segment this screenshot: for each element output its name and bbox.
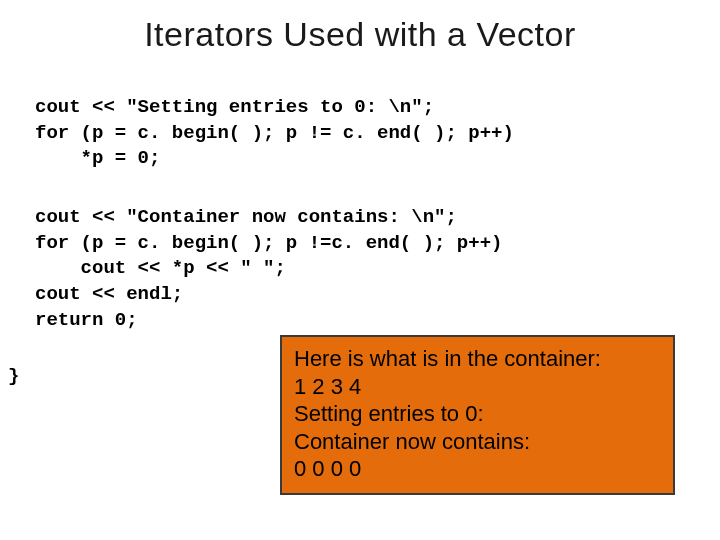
- output-line: 1 2 3 4: [294, 374, 361, 399]
- program-output-box: Here is what is in the container: 1 2 3 …: [280, 335, 675, 495]
- output-line: Setting entries to 0:: [294, 401, 484, 426]
- output-line: Container now contains:: [294, 429, 530, 454]
- code-snippet-2: cout << "Container now contains: \n"; fo…: [35, 205, 502, 333]
- slide-title: Iterators Used with a Vector: [0, 15, 720, 54]
- slide: Iterators Used with a Vector cout << "Se…: [0, 0, 720, 540]
- code-snippet-1: cout << "Setting entries to 0: \n"; for …: [35, 95, 514, 172]
- output-line: Here is what is in the container:: [294, 346, 601, 371]
- code-closing-brace: }: [8, 365, 19, 387]
- output-line: 0 0 0 0: [294, 456, 361, 481]
